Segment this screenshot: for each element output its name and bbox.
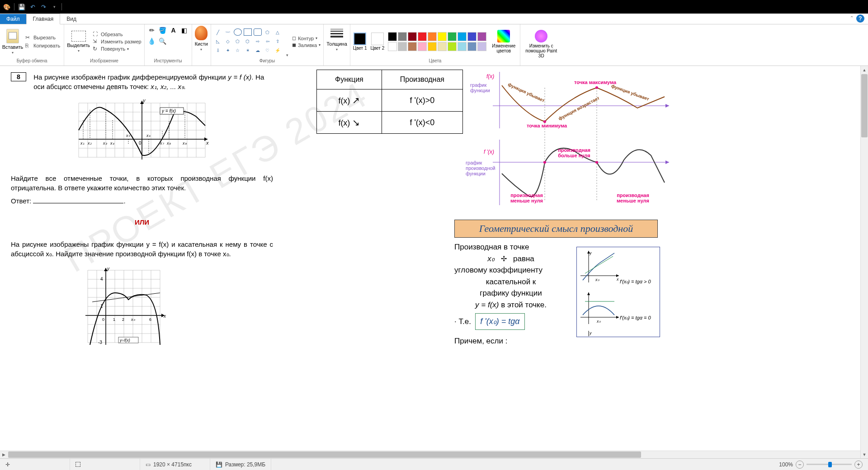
select-button[interactable]: Выделить ▾ xyxy=(67,31,90,53)
zoom-out-button[interactable]: − xyxy=(796,461,804,469)
palette-color[interactable] xyxy=(477,32,486,41)
paint-icon[interactable]: 🎨 xyxy=(2,2,12,12)
derivative-diagram: f(x) f '(x) график функции график произв… xyxy=(466,70,674,210)
shape-polygon-icon[interactable]: ⬠ xyxy=(264,28,272,36)
svg-marker-108 xyxy=(587,292,590,295)
horizontal-scrollbar[interactable]: ◀ ▶ xyxy=(0,451,860,458)
color2-button[interactable]: Цвет 2 xyxy=(371,33,385,51)
eyedropper-icon[interactable]: 💧 xyxy=(147,37,156,46)
edit-colors-button[interactable]: Изменение цветов xyxy=(490,30,517,53)
ribbon: Вставить ▾ Вырезать Копировать Буфер обм… xyxy=(0,24,868,66)
zoom-in-button[interactable]: + xyxy=(854,461,863,469)
fillshape-icon: ◼ xyxy=(292,42,296,48)
diag-fpx-label: f '(x) xyxy=(484,149,494,155)
shape-curve-icon[interactable]: 〰 xyxy=(224,28,232,36)
redo-icon[interactable]: ↷ xyxy=(38,2,48,12)
scroll-right-icon[interactable]: ▶ xyxy=(0,451,8,458)
palette-color[interactable] xyxy=(418,42,427,51)
palette-color[interactable] xyxy=(458,32,467,41)
diag-dgt-label: производная больше нуля xyxy=(556,147,592,158)
shape-diamond-icon[interactable]: ◇ xyxy=(224,38,232,45)
canvas[interactable]: ПРОЕКТ ЕГЭ 2024 8 На рисунке изображён г… xyxy=(0,66,860,458)
shape-larrow-icon[interactable]: ⇦ xyxy=(264,38,272,45)
tab-home[interactable]: Главная xyxy=(26,14,61,24)
palette-color[interactable] xyxy=(458,42,467,51)
vertical-scrollbar[interactable]: ▲ ▼ xyxy=(860,66,868,458)
svg-text:x₅: x₅ xyxy=(126,133,130,138)
paste-button[interactable]: Вставить ▾ xyxy=(3,29,23,55)
text-icon[interactable]: A xyxy=(169,26,178,35)
copy-button[interactable]: Копировать xyxy=(24,42,61,49)
shape-roundrect-icon[interactable] xyxy=(254,28,262,36)
tab-view[interactable]: Вид xyxy=(60,14,83,24)
shape-triangle-icon[interactable]: △ xyxy=(274,28,282,36)
diag-g1-label: график функции xyxy=(470,82,493,93)
help-icon[interactable]: ? xyxy=(856,14,864,23)
group-label-size xyxy=(326,62,347,64)
shapes-gallery[interactable]: ╱ 〰 ⬠ △ ◺ ◇ ⬠ ⬡ ⇨ ⇦ ⇧ ⇩ ✦ ☆ ✶ ☁ ♡ ⚡ xyxy=(214,28,283,55)
palette-color[interactable] xyxy=(438,42,447,51)
palette-color[interactable] xyxy=(408,32,417,41)
svg-text:6: 6 xyxy=(149,317,151,322)
shape-line-icon[interactable]: ╱ xyxy=(214,28,222,36)
tab-file[interactable]: Файл xyxy=(0,14,26,24)
scroll-down-icon[interactable]: ▼ xyxy=(861,451,868,458)
group-paint3d: Изменить с помощью Paint 3D xyxy=(520,24,562,66)
palette-color[interactable] xyxy=(448,32,457,41)
svg-text:x₄: x₄ xyxy=(110,141,114,146)
magnifier-icon[interactable]: 🔍 xyxy=(158,37,167,46)
shape-pentagon-icon[interactable]: ⬠ xyxy=(234,38,242,45)
diag-dlt1-label: производная меньше нуля xyxy=(509,193,545,203)
paint3d-button[interactable]: Изменить с помощью Paint 3D xyxy=(523,30,559,58)
palette-color[interactable] xyxy=(388,32,397,41)
pencil-icon[interactable]: ✏ xyxy=(147,26,156,35)
shape-darrow-icon[interactable]: ⇩ xyxy=(214,47,222,54)
color1-button[interactable]: Цвет 1 xyxy=(353,33,367,51)
crop-button[interactable]: Обрезать xyxy=(93,31,142,38)
palette-color[interactable] xyxy=(398,32,407,41)
shape-heart-icon[interactable]: ♡ xyxy=(264,47,272,54)
palette-color[interactable] xyxy=(428,32,437,41)
palette-color[interactable] xyxy=(418,32,427,41)
shape-star5-icon[interactable]: ☆ xyxy=(234,47,242,54)
shape-rtriangle-icon[interactable]: ◺ xyxy=(214,38,222,45)
palette-color[interactable] xyxy=(408,42,417,51)
size-button[interactable] xyxy=(330,26,343,40)
shape-star6-icon[interactable]: ✶ xyxy=(244,47,252,54)
shape-callout-icon[interactable]: ☁ xyxy=(254,47,262,54)
brush-icon[interactable] xyxy=(195,26,208,40)
fill-icon[interactable]: 🪣 xyxy=(158,26,167,35)
resize-button[interactable]: Изменить размер xyxy=(93,38,142,45)
palette-color[interactable] xyxy=(477,42,486,51)
minimize-ribbon-icon[interactable]: ⌃ xyxy=(850,15,854,20)
qat-dropdown-icon[interactable]: ▾ xyxy=(49,2,59,12)
cut-button[interactable]: Вырезать xyxy=(24,34,61,41)
outline-button[interactable]: ◻Контур▾ xyxy=(292,35,321,41)
hscroll-thumb[interactable] xyxy=(8,451,641,458)
eraser-icon[interactable]: ◧ xyxy=(180,26,189,35)
status-dims: ▭1920 × 4715пкс xyxy=(140,459,210,470)
undo-icon[interactable]: ↶ xyxy=(28,2,38,12)
shape-oval-icon[interactable] xyxy=(234,28,242,36)
palette-color[interactable] xyxy=(428,42,437,51)
rotate-button[interactable]: Повернуть ▾ xyxy=(93,46,142,52)
palette-color[interactable] xyxy=(448,42,457,51)
palette-color[interactable] xyxy=(467,32,476,41)
shape-hexagon-icon[interactable]: ⬡ xyxy=(244,38,252,45)
zoom-slider-thumb[interactable] xyxy=(828,462,832,467)
save-icon[interactable]: 💾 xyxy=(17,2,27,12)
palette-color[interactable] xyxy=(467,42,476,51)
shape-star4-icon[interactable]: ✦ xyxy=(224,47,232,54)
fill-button[interactable]: ◼Заливка▾ xyxy=(292,42,321,48)
zoom-slider[interactable] xyxy=(807,464,852,465)
palette-color[interactable] xyxy=(438,32,447,41)
select-icon xyxy=(71,31,86,42)
scroll-up-icon[interactable]: ▲ xyxy=(861,66,868,74)
palette-color[interactable] xyxy=(388,42,397,51)
shape-rect-icon[interactable] xyxy=(244,28,252,36)
shape-uarrow-icon[interactable]: ⇧ xyxy=(274,38,282,45)
shape-rarrow-icon[interactable]: ⇨ xyxy=(254,38,262,45)
palette-color[interactable] xyxy=(398,42,407,51)
vscroll-thumb[interactable] xyxy=(861,74,868,137)
shape-lightning-icon[interactable]: ⚡ xyxy=(274,47,282,54)
